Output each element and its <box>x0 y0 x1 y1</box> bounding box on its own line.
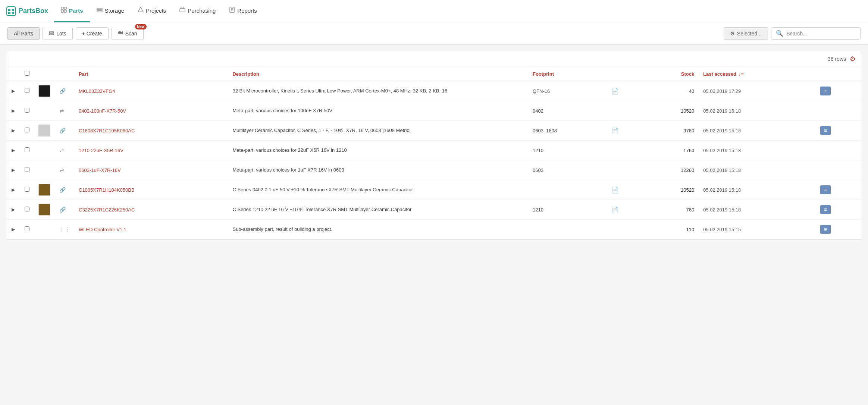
stock-cell: 9760 <box>646 121 699 141</box>
row-expand-button[interactable]: ▶ <box>11 147 16 154</box>
table-row: ▶ ⇌ 1210-22uF-X5R-16V Meta-part: various… <box>6 141 862 160</box>
checkbox-cell <box>20 81 34 101</box>
svg-rect-18 <box>49 34 54 35</box>
part-name-cell[interactable]: 1210-22uF-X5R-16V <box>74 141 228 160</box>
checkbox-cell <box>20 160 34 180</box>
pdf-cell: 📄 <box>607 81 646 101</box>
row-action-button[interactable]: ≡ <box>820 87 831 95</box>
svg-marker-11 <box>138 7 143 12</box>
pdf-cell-empty <box>607 141 646 160</box>
footprint-cell: 1210 <box>528 141 607 160</box>
row-expand-button[interactable]: ▶ <box>11 167 16 173</box>
pdf-icon[interactable]: 📄 <box>611 128 619 134</box>
pdf-icon[interactable]: 📄 <box>611 88 619 94</box>
th-checkbox <box>20 67 34 81</box>
part-name-cell[interactable]: 0603-1uF-X7R-16V <box>74 160 228 180</box>
th-description: Description <box>228 67 528 81</box>
part-name-cell[interactable]: C1005X7R1H104K050BB <box>74 180 228 200</box>
th-pdf <box>607 67 646 81</box>
row-action-button[interactable]: ≡ <box>820 225 831 234</box>
svg-rect-8 <box>64 10 66 12</box>
row-checkbox[interactable] <box>25 108 29 113</box>
select-all-checkbox[interactable] <box>25 71 29 76</box>
svg-rect-5 <box>61 7 63 9</box>
pdf-cell: 📄 <box>607 200 646 220</box>
meta-icon: ⇌ <box>59 147 64 153</box>
table-header-bar: 36 rows ⚙ <box>6 51 862 67</box>
rows-count: 36 rows <box>828 56 846 62</box>
th-link <box>55 67 74 81</box>
part-name-cell[interactable]: C3225X7R1C226K250AC <box>74 200 228 220</box>
meta-icon: ⇌ <box>59 167 64 173</box>
nav-storage-label: Storage <box>105 7 125 14</box>
svg-rect-9 <box>97 8 102 10</box>
row-checkbox[interactable] <box>25 167 29 172</box>
description-cell: C Series 1210 22 uF 16 V ±10 % Tolerance… <box>228 200 528 220</box>
nav-parts[interactable]: Parts <box>54 0 90 22</box>
row-action-button[interactable]: ≡ <box>820 205 831 214</box>
row-checkbox[interactable] <box>25 226 29 231</box>
svg-rect-1 <box>8 9 10 11</box>
part-name-cell[interactable]: C1608X7R1C105K080AC <box>74 121 228 141</box>
row-action-button[interactable]: ≡ <box>820 185 831 194</box>
image-cell <box>34 81 55 101</box>
pdf-cell-empty <box>607 101 646 121</box>
all-parts-button[interactable]: All Parts <box>7 27 40 40</box>
pdf-icon[interactable]: 📄 <box>611 207 619 213</box>
row-checkbox[interactable] <box>25 88 29 93</box>
link-cell: ⋮⋮ <box>55 220 74 239</box>
row-action-button[interactable]: ≡ <box>820 126 831 135</box>
all-parts-label: All Parts <box>14 31 33 37</box>
row-expand-button[interactable]: ▶ <box>11 88 16 94</box>
part-name-cell[interactable]: 0402-100nF-X7R-50V <box>74 101 228 121</box>
description-cell: C Series 0402 0.1 uF 50 V ±10 % Toleranc… <box>228 180 528 200</box>
part-image <box>38 125 50 136</box>
nav-projects-label: Projects <box>146 7 166 14</box>
row-expand-button[interactable]: ▶ <box>11 186 16 193</box>
expand-cell: ▶ <box>6 81 20 101</box>
row-expand-button[interactable]: ▶ <box>11 226 16 233</box>
image-cell <box>34 141 55 160</box>
logo-text: PartsBox <box>19 7 48 15</box>
logo[interactable]: PartsBox <box>6 6 48 16</box>
row-checkbox[interactable] <box>25 207 29 211</box>
link-cell: ⇌ <box>55 160 74 180</box>
svg-rect-10 <box>97 10 102 12</box>
parts-table-container: 36 rows ⚙ Part Description <box>6 51 862 240</box>
table-row: ▶ ⇌ 0603-1uF-X7R-16V Meta-part: various … <box>6 160 862 180</box>
stock-cell: 12260 <box>646 160 699 180</box>
parts-icon <box>61 7 67 14</box>
nav-projects[interactable]: Projects <box>131 0 173 22</box>
svg-rect-17 <box>49 32 54 33</box>
row-expand-button[interactable]: ▶ <box>11 107 16 114</box>
selected-label: Selected... <box>737 31 762 37</box>
link-cell: 🔗 <box>55 180 74 200</box>
row-expand-button[interactable]: ▶ <box>11 206 16 213</box>
row-checkbox[interactable] <box>25 128 29 132</box>
search-input[interactable] <box>786 31 856 37</box>
row-expand-button[interactable]: ▶ <box>11 127 16 134</box>
expand-cell: ▶ <box>6 180 20 200</box>
meta-icon: ⇌ <box>59 107 64 114</box>
scan-label: Scan <box>125 31 137 37</box>
footprint-cell: 0603, 1608 <box>528 121 607 141</box>
part-name-cell[interactable]: WLED Controller V1.1 <box>74 220 228 239</box>
table-row: ▶ 🔗 C1005X7R1H104K050BB C Series 0402 0.… <box>6 180 862 200</box>
part-name-cell[interactable]: MKL03Z32VFG4 <box>74 81 228 101</box>
nav-storage[interactable]: Storage <box>90 0 131 22</box>
table-settings-icon[interactable]: ⚙ <box>850 55 856 63</box>
selected-button[interactable]: ⚙ Selected... <box>724 27 768 40</box>
pdf-icon[interactable]: 📄 <box>611 187 619 193</box>
row-checkbox[interactable] <box>25 147 29 152</box>
nav-purchasing[interactable]: Purchasing <box>173 0 222 22</box>
stock-cell: 110 <box>646 220 699 239</box>
description-cell: Meta-part: various choices for 100nF X7R… <box>228 101 528 121</box>
nav-reports[interactable]: Reports <box>222 0 264 22</box>
row-checkbox[interactable] <box>25 187 29 192</box>
nav-reports-label: Reports <box>237 7 257 14</box>
footprint-cell <box>528 220 607 239</box>
create-button[interactable]: + Create <box>76 27 109 40</box>
part-image-placeholder <box>38 164 50 176</box>
lots-button[interactable]: Lots <box>43 27 72 40</box>
footprint-cell: 0402 <box>528 101 607 121</box>
